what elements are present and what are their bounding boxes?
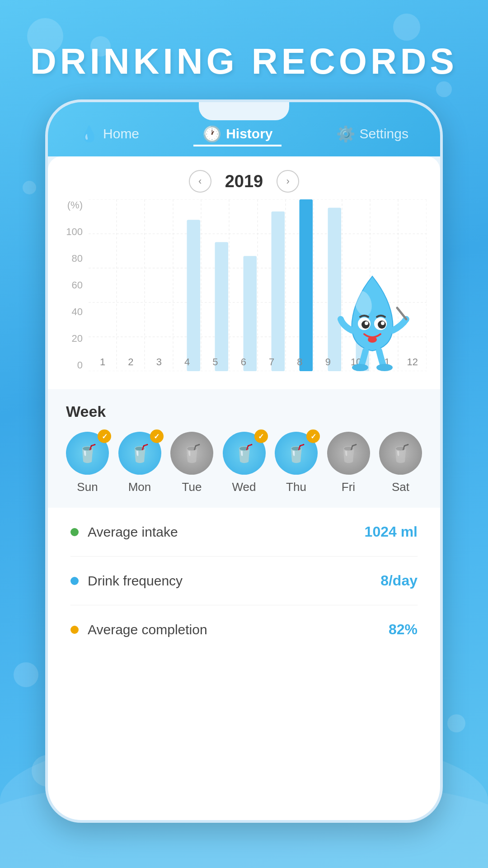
check-badge-mon: ✓ xyxy=(150,429,164,443)
x-label-5: 5 xyxy=(201,356,229,368)
day-name-fri: Fri xyxy=(342,480,355,494)
svg-rect-21 xyxy=(272,212,285,371)
next-year-button[interactable]: › xyxy=(277,170,299,193)
stat-value-intake: 1024 ml xyxy=(365,524,418,540)
x-label-2: 2 xyxy=(117,356,145,368)
day-monday: 🥤 ✓ Mon xyxy=(118,432,161,494)
stat-row-average-intake: Average intake 1024 ml xyxy=(70,508,418,557)
prev-year-button[interactable]: ‹ xyxy=(189,170,211,193)
stat-left-completion: Average completion xyxy=(70,622,207,637)
settings-icon: ⚙️ xyxy=(336,125,355,143)
day-circle-thu: 🥤 ✓ xyxy=(275,432,318,475)
stat-value-frequency: 8/day xyxy=(380,572,418,589)
nav-settings[interactable]: ⚙️ Settings xyxy=(327,121,418,146)
svg-point-36 xyxy=(376,364,393,371)
day-name-sat: Sat xyxy=(392,480,409,494)
svg-rect-18 xyxy=(187,220,201,371)
day-name-tue: Tue xyxy=(182,480,202,494)
day-circle-fri: 🥤 xyxy=(327,432,370,475)
week-section: Week 🥤 ✓ Sun 🥤 ✓ Mon xyxy=(48,389,440,508)
y-label-percent: (%) xyxy=(67,199,83,211)
chart-area: (%) 100 80 60 40 20 0 xyxy=(61,199,427,389)
week-title: Week xyxy=(66,403,422,420)
stats-section: Average intake 1024 ml Drink frequency 8… xyxy=(48,508,440,654)
nav-history-label: History xyxy=(226,126,272,142)
y-label-60: 60 xyxy=(72,279,83,291)
stat-left-frequency: Drink frequency xyxy=(70,573,183,589)
x-label-3: 3 xyxy=(145,356,173,368)
svg-point-35 xyxy=(352,364,368,371)
day-circle-wed: 🥤 ✓ xyxy=(223,432,266,475)
x-label-7: 7 xyxy=(258,356,286,368)
day-wednesday: 🥤 ✓ Wed xyxy=(223,432,266,494)
day-name-mon: Mon xyxy=(128,480,151,494)
x-label-4: 4 xyxy=(173,356,201,368)
day-circle-sun: 🥤 ✓ xyxy=(66,432,109,475)
history-icon: 🕐 xyxy=(202,125,221,143)
x-label-6: 6 xyxy=(230,356,258,368)
week-days: 🥤 ✓ Sun 🥤 ✓ Mon 🥤 xyxy=(66,432,422,494)
nav-history[interactable]: 🕐 History xyxy=(193,121,282,146)
check-badge-thu: ✓ xyxy=(306,429,320,443)
stat-row-frequency: Drink frequency 8/day xyxy=(70,557,418,605)
stat-left-intake: Average intake xyxy=(70,524,178,540)
x-label-1: 1 xyxy=(89,356,117,368)
y-label-80: 80 xyxy=(72,253,83,264)
day-circle-mon: 🥤 ✓ xyxy=(118,432,161,475)
day-name-sun: Sun xyxy=(77,480,98,494)
stat-value-completion: 82% xyxy=(389,621,418,638)
nav-settings-label: Settings xyxy=(360,126,408,142)
svg-rect-22 xyxy=(300,199,313,371)
water-mascot xyxy=(327,272,418,362)
svg-rect-19 xyxy=(215,242,229,371)
stat-row-completion: Average completion 82% xyxy=(70,605,418,654)
year-display: 2019 xyxy=(225,172,263,191)
stat-dot-completion xyxy=(70,626,79,634)
stat-dot-frequency xyxy=(70,577,79,585)
day-circle-tue: 🥤 xyxy=(170,432,213,475)
page-title: DRINKING RECORDS xyxy=(0,41,488,82)
svg-line-34 xyxy=(397,308,406,319)
day-thursday: 🥤 ✓ Thu xyxy=(275,432,318,494)
day-name-thu: Thu xyxy=(286,480,306,494)
content-area: ‹ 2019 › (%) 100 80 60 40 20 0 xyxy=(48,156,440,820)
phone-notch xyxy=(199,102,289,120)
day-circle-sat: 🥤 xyxy=(379,432,422,475)
y-label-40: 40 xyxy=(72,306,83,318)
nav-home[interactable]: 💧 Home xyxy=(70,121,148,146)
day-sunday: 🥤 ✓ Sun xyxy=(66,432,109,494)
stat-label-completion: Average completion xyxy=(88,622,207,637)
year-selector: ‹ 2019 › xyxy=(48,156,440,199)
home-icon: 💧 xyxy=(80,125,99,143)
x-label-8: 8 xyxy=(286,356,314,368)
y-label-0: 0 xyxy=(77,359,83,371)
svg-point-31 xyxy=(365,321,368,325)
phone-frame: 💧 Home 🕐 History ⚙️ Settings ‹ 2019 › (%… xyxy=(45,99,443,823)
check-badge-wed: ✓ xyxy=(254,429,268,443)
stat-label-intake: Average intake xyxy=(88,524,178,540)
nav-home-label: Home xyxy=(103,126,139,142)
y-label-100: 100 xyxy=(66,226,83,238)
day-friday: 🥤 Fri xyxy=(327,432,370,494)
check-badge-sun: ✓ xyxy=(98,429,111,443)
day-name-wed: Wed xyxy=(232,480,256,494)
stat-label-frequency: Drink frequency xyxy=(88,573,183,589)
day-tuesday: 🥤 Tue xyxy=(170,432,213,494)
stat-dot-intake xyxy=(70,528,79,536)
chart-y-labels: (%) 100 80 60 40 20 0 xyxy=(61,199,86,371)
svg-point-32 xyxy=(381,321,385,325)
svg-point-33 xyxy=(368,336,377,343)
day-saturday: 🥤 Sat xyxy=(379,432,422,494)
y-label-20: 20 xyxy=(72,333,83,344)
